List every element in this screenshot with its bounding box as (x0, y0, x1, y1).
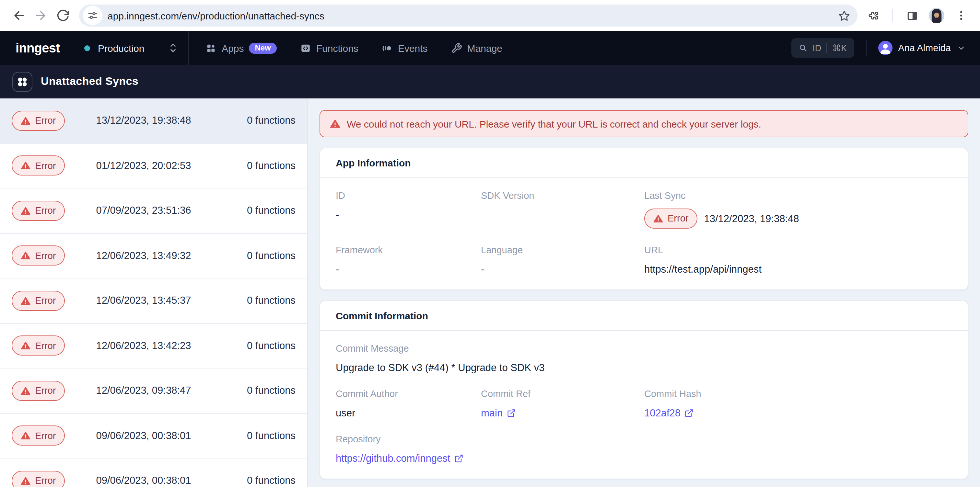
user-avatar (878, 41, 892, 55)
field-value: - (336, 209, 481, 221)
repository-link[interactable]: https://github.com/inngest (336, 452, 463, 464)
search-divider (826, 43, 827, 53)
extensions-button[interactable] (863, 5, 885, 27)
nav-item-manage[interactable]: Manage (451, 43, 502, 54)
nav-item-apps[interactable]: Apps New (205, 43, 277, 54)
inngest-logo[interactable]: inngest (16, 40, 60, 56)
commit-hash-link[interactable]: 102af28 (644, 407, 694, 419)
sync-timestamp: 13/12/2023, 19:38:48 (96, 115, 191, 127)
error-banner-text: We could not reach your URL. Please veri… (347, 118, 761, 129)
status-badge: Error (12, 111, 65, 131)
sync-list-item[interactable]: Error 07/09/2023, 23:51:36 0 functions (0, 189, 307, 233)
sync-list-item[interactable]: Error 12/06/2023, 13:49:32 0 functions (0, 233, 307, 278)
sync-list-item[interactable]: Error 09/06/2023, 00:38:01 0 functions (0, 458, 307, 487)
site-info-button[interactable] (83, 6, 102, 25)
url-text[interactable]: app.inngest.com/env/production/unattache… (108, 10, 834, 21)
primary-nav: Apps New Functions Events Manage (205, 31, 502, 65)
field-label: Commit Message (336, 344, 952, 354)
sync-function-count: 0 functions (247, 115, 296, 127)
warning-icon (21, 251, 30, 261)
warning-icon (21, 386, 30, 396)
field-label: Commit Hash (644, 389, 952, 399)
field-commit-author: Commit Author user (336, 389, 481, 419)
search-shortcut: ⌘K (832, 43, 847, 53)
apps-grid-icon (205, 43, 216, 54)
nav-item-label: Events (398, 43, 428, 54)
back-button[interactable] (8, 5, 30, 27)
commit-ref-link[interactable]: main (481, 407, 515, 419)
page-title: Unattached Syncs (41, 75, 138, 88)
browser-menu-button[interactable] (950, 5, 972, 27)
app-navbar: inngest Production Apps New Functions Ev… (0, 31, 980, 65)
environment-status-dot (84, 45, 90, 51)
field-framework: Framework - (336, 246, 481, 275)
screen: app.inngest.com/env/production/unattache… (0, 0, 980, 487)
field-commit-message: Commit Message Upgrade to SDK v3 (#44) *… (336, 344, 952, 374)
field-label: Repository (336, 435, 952, 444)
field-value: - (336, 263, 481, 275)
field-label: Language (481, 246, 644, 255)
sync-timestamp: 12/06/2023, 09:38:47 (96, 385, 191, 397)
sync-list-item[interactable]: Error 12/06/2023, 13:45:37 0 functions (0, 278, 307, 324)
warning-icon (330, 119, 340, 129)
nav-item-functions[interactable]: Functions (300, 43, 358, 54)
sync-detail-panel: We could not reach your URL. Please veri… (308, 98, 980, 487)
environment-selector[interactable]: Production (71, 31, 189, 65)
environment-name: Production (98, 43, 144, 54)
logo-container[interactable]: inngest (0, 31, 71, 65)
warning-icon (21, 296, 30, 306)
search-button[interactable]: ID ⌘K (791, 38, 854, 58)
warning-icon (653, 214, 663, 224)
sync-timestamp: 12/06/2023, 13:45:37 (96, 295, 191, 307)
commit-author-value: user (336, 407, 481, 419)
browser-profile-button[interactable] (926, 5, 948, 27)
url-bar[interactable]: app.inngest.com/env/production/unattache… (79, 5, 858, 27)
field-commit-ref: Commit Ref main (481, 389, 644, 419)
side-panel-button[interactable] (901, 5, 923, 27)
forward-button[interactable] (30, 5, 52, 27)
extensions-puzzle-icon (867, 10, 880, 22)
bookmark-button[interactable] (834, 6, 854, 25)
field-value: - (481, 263, 644, 275)
sync-list-item[interactable]: Error 01/12/2023, 20:02:53 0 functions (0, 143, 307, 189)
commit-information-body: Commit Message Upgrade to SDK v3 (#44) *… (320, 331, 968, 479)
nav-item-events[interactable]: Events (382, 43, 428, 54)
external-link-icon (684, 408, 694, 417)
field-language: Language - (481, 246, 644, 275)
back-icon (12, 9, 25, 22)
sync-list-item[interactable]: Error 09/06/2023, 00:38:01 0 functions (0, 414, 307, 458)
external-link-icon (454, 454, 463, 463)
field-repository: Repository https://github.com/inngest (336, 435, 952, 464)
sync-function-count: 0 functions (247, 160, 296, 171)
syncs-list: Error 13/12/2023, 19:38:48 0 functions E… (0, 98, 308, 487)
sync-function-count: 0 functions (247, 295, 296, 307)
field-label: Commit Author (336, 389, 481, 399)
sync-list-item[interactable]: Error 12/06/2023, 13:42:23 0 functions (0, 324, 307, 368)
warning-icon (21, 431, 30, 441)
sync-list-item[interactable]: Error 13/12/2023, 19:38:48 0 functions (0, 98, 307, 143)
card-title: Commit Information (320, 301, 968, 331)
field-label: ID (336, 191, 481, 201)
reload-icon (56, 9, 69, 22)
sync-list-item[interactable]: Error 12/06/2023, 09:38:47 0 functions (0, 368, 307, 414)
sync-function-count: 0 functions (247, 475, 296, 487)
search-icon (798, 43, 807, 52)
card-title: App Information (320, 148, 968, 178)
field-label: Last Sync (644, 191, 952, 201)
events-icon (382, 43, 393, 54)
status-badge: Error (12, 336, 65, 356)
warning-icon (21, 476, 30, 486)
external-link-icon (506, 408, 515, 417)
sync-function-count: 0 functions (247, 340, 296, 352)
warning-icon (21, 341, 30, 351)
user-menu[interactable]: Ana Almeida (878, 41, 966, 55)
field-url: URL https://test.app/api/inngest (644, 246, 952, 275)
wrench-icon (451, 43, 462, 54)
side-panel-icon (906, 10, 918, 22)
chevron-updown-icon (169, 42, 178, 54)
reload-button[interactable] (52, 5, 74, 27)
content: Error 13/12/2023, 19:38:48 0 functions E… (0, 98, 980, 487)
app-information-body: ID - SDK Version Last Sync Error 13/12/2… (320, 178, 968, 289)
sync-timestamp: 09/06/2023, 00:38:01 (96, 430, 191, 442)
unattached-syncs-icon (12, 71, 32, 92)
